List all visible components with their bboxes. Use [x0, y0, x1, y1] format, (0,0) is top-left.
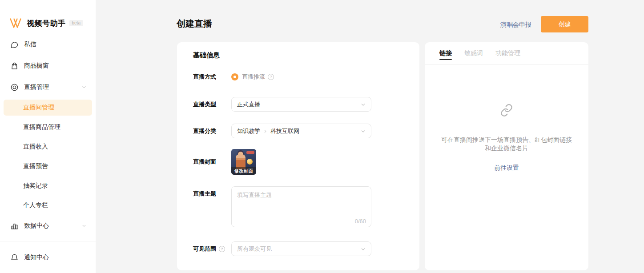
type-label: 直播类型	[193, 97, 231, 112]
topic-label: 直播主题	[193, 186, 231, 229]
app-logo-row: 视频号助手 beta	[0, 0, 96, 30]
sidebar-item-label: 直播管理	[24, 83, 49, 91]
sidebar-subitem-label: 直播收入	[23, 143, 48, 151]
chevron-down-icon	[360, 128, 366, 134]
bell-icon	[10, 253, 19, 262]
link-icon	[500, 104, 513, 117]
char-counter: 0/60	[355, 218, 366, 225]
bag-icon	[10, 61, 19, 70]
beta-badge: beta	[69, 20, 83, 26]
channels-logo-icon	[9, 17, 22, 29]
form-row-type: 直播类型 正式直播	[193, 97, 403, 112]
sidebar-subitem-label: 抽奖记录	[23, 182, 48, 190]
live-category-select[interactable]: 知识教学 科技互联网	[231, 124, 371, 138]
section-title: 基础信息	[193, 51, 403, 60]
concert-application-link[interactable]: 演唱会申报	[500, 21, 531, 29]
cover-label: 直播封面	[193, 149, 231, 175]
live-type-select[interactable]: 正式直播	[231, 97, 371, 112]
help-icon[interactable]: ?	[219, 246, 225, 252]
sidebar-nav: 私信 商品橱窗 直播管理 直播间管理 直播商品管	[0, 34, 96, 268]
sidebar-item-label: 私信	[24, 40, 36, 48]
sidebar-divider	[0, 241, 96, 241]
sidebar-subitem-label: 个人专栏	[23, 201, 48, 209]
links-panel-card: 链接 敏感词 功能管理 可在直播间推送下一场直播预告、红包封面链接和企业微信名片…	[425, 42, 588, 270]
category-primary: 知识教学	[237, 127, 260, 135]
form-row-category: 直播分类 知识教学 科技互联网	[193, 124, 403, 138]
form-row-visibility: 可见范围 ? 所有观众可见	[193, 241, 403, 256]
chevron-down-icon	[81, 223, 87, 229]
visibility-placeholder: 所有观众可见	[237, 245, 272, 253]
sidebar-subitem-lottery-records[interactable]: 抽奖记录	[0, 176, 96, 196]
sidebar-item-label: 数据中心	[24, 222, 49, 230]
form-row-topic: 直播主题 0/60	[193, 186, 403, 229]
sidebar-item-label: 商品橱窗	[24, 62, 49, 70]
chevron-down-icon	[360, 102, 366, 108]
cover-coin-decoration	[247, 159, 253, 165]
category-secondary: 科技互联网	[270, 127, 299, 135]
sidebar-subitem-label: 直播预告	[23, 162, 48, 170]
sidebar-item-private-messages[interactable]: 私信	[0, 34, 96, 55]
live-cover-thumbnail[interactable]: 修改封面	[231, 149, 256, 175]
basic-info-card: 基础信息 直播方式 直播推流 ? 直播类型 正式直播	[177, 42, 419, 270]
sidebar-subitem-personal-column[interactable]: 个人专栏	[0, 196, 96, 215]
tab-sensitive-words[interactable]: 敏感词	[464, 42, 483, 64]
panel-tabs: 链接 敏感词 功能管理	[425, 42, 588, 64]
modify-cover-overlay: 修改封面	[231, 167, 256, 175]
sidebar-subitem-live-income[interactable]: 直播收入	[0, 137, 96, 157]
goto-settings-link[interactable]: 前往设置	[494, 164, 519, 172]
sidebar-item-live-management[interactable]: 直播管理	[0, 76, 96, 98]
visibility-select[interactable]: 所有观众可见	[231, 241, 371, 256]
category-label: 直播分类	[193, 124, 231, 138]
page-title: 创建直播	[177, 18, 212, 30]
links-empty-state: 可在直播间推送下一场直播预告、红包封面链接和企业微信名片 前往设置	[425, 64, 588, 172]
sidebar: 视频号助手 beta 私信 商品橱窗	[0, 0, 96, 273]
chevron-down-icon	[81, 84, 87, 90]
sidebar-item-product-showcase[interactable]: 商品橱窗	[0, 55, 96, 76]
app-title: 视频号助手	[27, 18, 66, 28]
chevron-down-icon	[360, 246, 366, 252]
chevron-right-icon	[263, 129, 268, 134]
empty-state-text: 可在直播间推送下一场直播预告、红包封面链接和企业微信名片	[439, 136, 574, 153]
main-content: 创建直播 演唱会申报 创建 基础信息 直播方式 直播推流 ? 直播类型 正式直播	[96, 0, 644, 273]
sidebar-item-label: 通知中心	[24, 253, 49, 261]
tab-feature-management[interactable]: 功能管理	[495, 42, 520, 64]
visibility-label: 可见范围 ?	[193, 241, 231, 256]
form-row-cover: 直播封面 修改封面	[193, 149, 403, 175]
method-label: 直播方式	[193, 73, 231, 81]
cover-badge-decoration	[246, 151, 254, 154]
live-icon	[10, 83, 19, 92]
type-value: 正式直播	[237, 100, 260, 108]
sidebar-subitem-label: 直播商品管理	[23, 123, 60, 131]
radio-selected-icon	[231, 73, 238, 80]
topic-textarea-wrap: 0/60	[231, 186, 371, 229]
tab-links[interactable]: 链接	[439, 42, 452, 64]
method-radio-push-stream[interactable]: 直播推流 ?	[231, 73, 274, 81]
topic-input[interactable]	[231, 186, 371, 227]
bar-chart-icon	[10, 221, 19, 230]
sidebar-subitem-liveroom-management[interactable]: 直播间管理	[4, 100, 92, 116]
sidebar-subitem-label: 直播间管理	[23, 104, 54, 112]
sidebar-item-data-center[interactable]: 数据中心	[0, 215, 96, 237]
method-value: 直播推流	[242, 73, 265, 81]
create-button[interactable]: 创建	[541, 16, 588, 32]
sidebar-item-notification-center[interactable]: 通知中心	[0, 247, 96, 268]
sidebar-subitem-live-product-management[interactable]: 直播商品管理	[0, 117, 96, 137]
form-row-method: 直播方式 直播推流 ?	[193, 73, 403, 81]
help-icon[interactable]: ?	[268, 74, 274, 80]
chat-icon	[10, 40, 19, 49]
sidebar-subitem-live-trailer[interactable]: 直播预告	[0, 157, 96, 176]
